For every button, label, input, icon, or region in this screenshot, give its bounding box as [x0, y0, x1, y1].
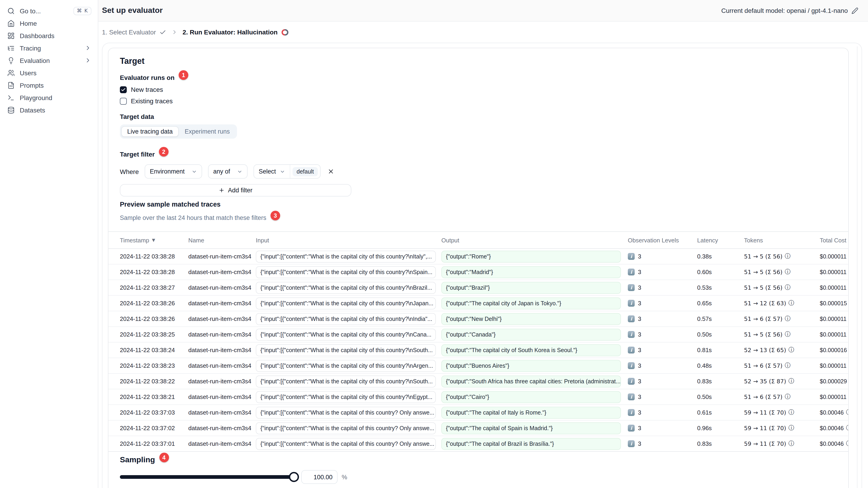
sampling-value-input[interactable] — [301, 470, 338, 484]
breadcrumb-step-1[interactable]: 1. Select Evaluator — [102, 29, 166, 36]
info-circle-icon[interactable]: ⓘ — [785, 284, 790, 292]
col-output[interactable]: Output — [441, 237, 628, 243]
chevron-down-icon — [237, 169, 243, 174]
table-row[interactable]: 2024-11-22 03:38:28dataset-run-item-cm3s… — [108, 264, 849, 280]
table-row[interactable]: 2024-11-22 03:38:21dataset-run-item-cm3s… — [108, 389, 849, 405]
info-circle-icon[interactable]: ⓘ — [846, 409, 849, 416]
breadcrumb-step-1-label: 1. Select Evaluator — [102, 29, 156, 36]
info-circle-icon[interactable]: ⓘ — [785, 268, 790, 276]
info-square-icon: i — [628, 300, 635, 307]
cell-output: {"output":"The capital of Italy is Rome.… — [441, 406, 628, 418]
chevron-down-icon — [280, 169, 285, 174]
info-circle-icon[interactable]: ⓘ — [785, 330, 790, 338]
cell-observation-levels: i3 — [628, 300, 697, 307]
sidebar-item-label: Datasets — [20, 106, 91, 113]
checkbox-new-traces[interactable]: New traces — [120, 85, 173, 95]
breadcrumb-step-2[interactable]: 2. Run Evaluator: Hallucination — [183, 28, 289, 36]
table-row[interactable]: 2024-11-22 03:38:23dataset-run-item-cm3s… — [108, 358, 849, 374]
table-row[interactable]: 2024-11-22 03:38:26dataset-run-item-cm3s… — [108, 311, 849, 327]
input-value-box: {"input":[{"content":"What is the capita… — [256, 360, 436, 371]
goto-search[interactable]: Go to... ⌘ K — [0, 5, 98, 17]
table-row[interactable]: 2024-11-22 03:37:03dataset-run-item-cm3s… — [108, 405, 849, 421]
filter-column-select[interactable]: Environment — [145, 164, 202, 178]
filter-column-value: Environment — [150, 168, 185, 175]
cell-input: {"input":[{"content":"What is the capita… — [256, 360, 441, 371]
tab-live-tracing-data[interactable]: Live tracing data — [121, 126, 179, 137]
info-square-icon: i — [628, 362, 635, 369]
page-title: Set up evaluator — [102, 6, 163, 15]
target-filter-text: Target filter — [120, 150, 155, 158]
table-row[interactable]: 2024-11-22 03:37:01dataset-run-item-cm3s… — [108, 436, 849, 452]
info-square-icon: i — [628, 425, 635, 431]
edit-pencil-icon[interactable] — [851, 7, 858, 14]
add-filter-button[interactable]: Add filter — [120, 184, 351, 196]
filter-operator-value: any of — [213, 168, 230, 175]
cell-observation-levels: i3 — [628, 393, 697, 400]
cell-latency: 0.81s — [697, 347, 744, 354]
cell-latency: 0.60s — [697, 268, 744, 275]
preview-subtext: Sample over the last 24 hours that match… — [120, 213, 280, 223]
table-row[interactable]: 2024-11-22 03:38:25dataset-run-item-cm3s… — [108, 327, 849, 343]
col-latency[interactable]: Latency — [697, 237, 744, 243]
filter-value-chip[interactable]: default — [292, 167, 318, 176]
sidebar-item-tracing[interactable]: Tracing — [0, 42, 98, 54]
info-circle-icon[interactable]: ⓘ — [846, 440, 849, 448]
info-circle-icon[interactable]: ⓘ — [785, 315, 790, 323]
cell-tokens: 59 → 11 (Σ 70)ⓘ — [744, 409, 820, 416]
sidebar-item-dashboards[interactable]: Dashboards — [0, 29, 98, 42]
checkbox-checked-icon[interactable] — [120, 86, 127, 93]
info-circle-icon[interactable]: ⓘ — [788, 409, 794, 416]
table-row[interactable]: 2024-11-22 03:38:28dataset-run-item-cm3s… — [108, 249, 849, 264]
sidebar-item-datasets[interactable]: Datasets — [0, 104, 98, 116]
total-cost-value: $0.000029 — [820, 378, 847, 385]
info-square-icon: i — [628, 409, 635, 416]
output-value-box: {"output":"The capital of Brazil is Bras… — [441, 438, 621, 450]
cell-name: dataset-run-item-cm3s4 — [188, 331, 256, 338]
info-circle-icon[interactable]: ⓘ — [788, 346, 794, 354]
cell-timestamp: 2024-11-22 03:38:23 — [120, 362, 188, 369]
info-circle-icon[interactable]: ⓘ — [785, 393, 790, 401]
checkbox-unchecked-icon[interactable] — [120, 98, 127, 104]
sampling-slider[interactable] — [120, 475, 294, 479]
info-circle-icon[interactable]: ⓘ — [788, 299, 794, 307]
info-square-icon: i — [628, 347, 635, 354]
sidebar-item-evaluation[interactable]: Evaluation — [0, 54, 98, 67]
info-circle-icon[interactable]: ⓘ — [846, 424, 849, 432]
info-circle-icon[interactable]: ⓘ — [788, 377, 794, 385]
cell-input: {"input":[{"content":"What is the capita… — [256, 344, 441, 356]
table-row[interactable]: 2024-11-22 03:38:22dataset-run-item-cm3s… — [108, 374, 849, 389]
cell-tokens: 59 → 11 (Σ 70)ⓘ — [744, 424, 820, 432]
table-row[interactable]: 2024-11-22 03:38:26dataset-run-item-cm3s… — [108, 296, 849, 311]
target-filter-label: Target filter 2 — [120, 149, 168, 159]
filter-value-select[interactable]: Select — [254, 168, 289, 175]
cell-output: {"output":"Brazil"} — [441, 282, 628, 294]
info-circle-icon[interactable]: ⓘ — [785, 362, 790, 369]
checkbox-existing-traces[interactable]: Existing traces — [120, 96, 173, 106]
col-input[interactable]: Input — [256, 237, 441, 243]
cell-total-cost: $0.000016ⓘ — [820, 346, 849, 354]
output-value-box: {"output":"Madrid"} — [441, 266, 621, 278]
filter-operator-select[interactable]: any of — [208, 164, 248, 178]
col-tokens[interactable]: Tokens — [744, 237, 820, 243]
table-row[interactable]: 2024-11-22 03:38:24dataset-run-item-cm3s… — [108, 343, 849, 358]
col-name[interactable]: Name — [188, 237, 256, 243]
table-row[interactable]: 2024-11-22 03:37:02dataset-run-item-cm3s… — [108, 421, 849, 436]
col-total-cost[interactable]: Total Cost — [820, 237, 849, 243]
table-row[interactable]: 2024-11-22 03:38:27dataset-run-item-cm3s… — [108, 280, 849, 296]
sidebar-item-playground[interactable]: Playground — [0, 91, 98, 104]
sidebar-item-users[interactable]: Users — [0, 67, 98, 79]
slider-thumb[interactable] — [289, 472, 299, 482]
sidebar-item-prompts[interactable]: Prompts — [0, 79, 98, 91]
info-circle-icon[interactable]: ⓘ — [788, 440, 794, 448]
col-timestamp[interactable]: Timestamp ▼ — [120, 237, 188, 243]
col-timestamp-label: Timestamp — [120, 237, 149, 243]
tab-experiment-runs[interactable]: Experiment runs — [179, 126, 236, 137]
sidebar-item-home[interactable]: Home — [0, 17, 98, 29]
cell-name: dataset-run-item-cm3s4 — [188, 425, 256, 431]
remove-filter-button[interactable] — [328, 168, 335, 175]
info-circle-icon[interactable]: ⓘ — [785, 253, 790, 260]
info-circle-icon[interactable]: ⓘ — [788, 424, 794, 432]
col-observation-levels[interactable]: Observation Levels — [628, 237, 697, 243]
cell-total-cost: $0.000011ⓘ — [820, 362, 849, 369]
tokens-value: 52 → 35 (Σ 87) — [744, 378, 786, 385]
